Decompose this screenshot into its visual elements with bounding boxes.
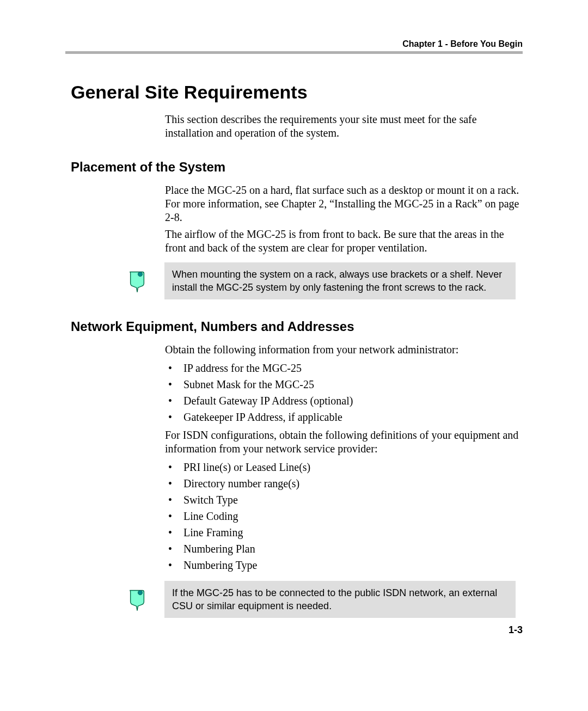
network-heading: Network Equipment, Numbers and Addresses [71, 319, 523, 334]
list-item: Line Framing [165, 524, 524, 541]
page-title: General Site Requirements [71, 82, 523, 103]
list-item: Gatekeeper IP Address, if applicable [165, 409, 524, 425]
list-item: Numbering Plan [165, 541, 524, 557]
network-list-1: IP address for the MGC-25 Subnet Mask fo… [165, 360, 524, 425]
placement-p1: Place the MGC-25 on a hard, flat surface… [165, 183, 524, 224]
placement-body: Place the MGC-25 on a hard, flat surface… [165, 183, 524, 255]
network-p2: For ISDN configurations, obtain the foll… [165, 428, 524, 456]
svg-point-1 [138, 591, 142, 595]
pushpin-icon [125, 587, 149, 611]
network-body: Obtain the following information from yo… [165, 343, 524, 573]
svg-point-0 [138, 272, 142, 277]
intro-block: This section describes the requirements … [165, 113, 524, 140]
header-rule [65, 51, 523, 54]
list-item: Line Coding [165, 508, 524, 524]
network-p1: Obtain the following information from yo… [165, 343, 524, 357]
list-item: PRI line(s) or Leased Line(s) [165, 459, 524, 475]
list-item: Switch Type [165, 492, 524, 508]
intro-paragraph: This section describes the requirements … [165, 113, 524, 140]
list-item: Default Gateway IP Address (optional) [165, 393, 524, 409]
placement-p2: The airflow of the MGC-25 is from front … [165, 228, 524, 255]
network-note-row: If the MGC-25 has to be connected to the… [125, 581, 524, 618]
list-item: Directory number range(s) [165, 475, 524, 492]
list-item: Subnet Mask for the MGC-25 [165, 376, 524, 393]
list-item: Numbering Type [165, 557, 524, 573]
pushpin-icon [125, 269, 149, 293]
network-list-2: PRI line(s) or Leased Line(s) Directory … [165, 459, 524, 573]
page-number: 1-3 [509, 624, 523, 636]
page-content: General Site Requirements This section d… [65, 82, 523, 618]
list-item: IP address for the MGC-25 [165, 360, 524, 376]
network-note: If the MGC-25 has to be connected to the… [164, 581, 516, 618]
document-page: Chapter 1 - Before You Begin General Sit… [0, 0, 588, 711]
placement-note: When mounting the system on a rack, alwa… [164, 262, 516, 299]
placement-heading: Placement of the System [71, 160, 523, 175]
placement-note-row: When mounting the system on a rack, alwa… [125, 262, 524, 299]
chapter-header: Chapter 1 - Before You Begin [402, 39, 523, 49]
